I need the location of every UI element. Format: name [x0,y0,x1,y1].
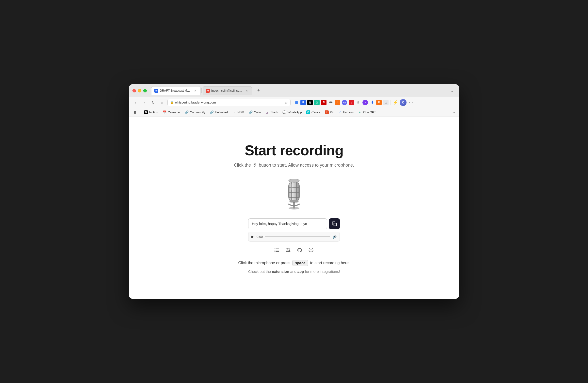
svg-point-21 [275,251,275,252]
volume-button[interactable]: 🔊 [332,235,336,239]
new-tab-button[interactable]: + [255,87,262,94]
iq-icon[interactable]: IQ [342,100,347,105]
bookmark-kit[interactable]: K Kit [323,109,336,115]
transcript-row [248,218,340,229]
home-button[interactable]: ⌂ [159,99,166,106]
bookmark-chatgpt[interactable]: ✦ ChatGPT [356,109,378,115]
lightning-icon[interactable]: ⚡ [393,100,398,105]
transcript-input[interactable] [248,218,327,229]
vivaldi-icon[interactable]: V [349,100,354,105]
security-lock-icon: 🔒 [170,101,174,104]
openai-icon[interactable]: AI [321,100,327,105]
nbm-icon: · [232,111,236,114]
space-key-badge: space [292,260,308,266]
bookmark-slack[interactable]: # Slack [263,109,280,115]
bookmark-star-icon[interactable]: ☆ [285,101,288,105]
bookmark-fathom[interactable]: f Fathom [336,109,355,115]
colin-icon: 🔗 [249,111,253,114]
github-icon[interactable] [297,248,302,254]
bookmark-calendar[interactable]: 📅 Calendar [161,109,182,115]
bookmark-unlimited[interactable]: 🔗 Unlimited [208,109,230,115]
microphone-button[interactable] [278,177,310,211]
svg-point-14 [291,184,293,190]
notion-extension-icon[interactable]: N [307,100,313,105]
audio-player: ▶ 0:00 🔊 [248,232,340,242]
forward-button[interactable]: › [141,99,148,106]
title-bar: ✉ DRAFT Broadcast MOn 2nd D ✕ M Inbox - … [129,84,459,97]
unlimited-icon: 🔗 [210,111,214,114]
bookmark-community[interactable]: 🔗 Community [183,109,207,115]
back-button[interactable]: ‹ [132,99,139,106]
subtitle-post-text: button to start. Allow access to your mi… [259,163,354,168]
profile-avatar[interactable]: C [400,99,406,106]
download-icon[interactable]: ⬇ [369,100,375,105]
audio-progress-bar[interactable] [265,236,330,237]
bookmark-nbm-label: NBM [237,111,244,114]
integration-pre-text: Check out the [248,269,271,273]
play-button[interactable]: ▶ [252,235,254,239]
ext-divider [391,100,391,105]
tab-close-inbox[interactable]: ✕ [245,89,249,93]
whatsapp-icon: 💬 [282,111,286,114]
main-content: Start recording Click the 🎙 button to st… [129,117,459,299]
bookmark-canva[interactable]: C Canva [304,109,322,115]
minimize-window-button[interactable] [138,89,141,92]
browser-window: ✉ DRAFT Broadcast MOn 2nd D ✕ M Inbox - … [129,84,459,299]
tab-favicon-inbox: M [206,89,210,93]
chatgpt-icon: ✦ [358,111,362,114]
font-icon[interactable]: fi [356,100,361,105]
tab-separator [201,88,202,93]
extension-icons: ⊞ 🎙 N G AI ✏ b IQ V fi ● ⬇ F □ ⚡ C ⋯ [294,99,414,106]
bookmarks-grid-icon[interactable]: ⊞ [132,110,138,115]
apps-grid-icon[interactable]: ⊞ [294,100,299,105]
bookmark-unlimited-label: Unlimited [215,111,228,114]
tab-draft-broadcast[interactable]: ✉ DRAFT Broadcast MOn 2nd D ✕ [151,86,200,95]
tab-close-draft[interactable]: ✕ [193,89,197,93]
slack-icon: # [265,111,269,114]
bookmark-whatsapp[interactable]: 💬 WhatsApp [280,109,304,115]
bookmark-notion[interactable]: N Notion [142,109,160,115]
tab-title-inbox: Inbox - colin@colinscotland.c [211,89,243,92]
extension-link[interactable]: extension [272,269,289,273]
tab-favicon-draft: ✉ [154,89,158,93]
tab-inbox[interactable]: M Inbox - colin@colinscotland.c ✕ [203,86,252,95]
svg-rect-15 [334,223,336,226]
blocknote-icon[interactable]: b [335,100,340,105]
extension-blue-icon[interactable]: 🎙 [300,100,306,105]
pen-icon[interactable]: ✏ [328,100,333,105]
bookmark-colin-label: Colin [254,111,261,114]
audio-time: 0:00 [257,235,263,239]
bookmark-kit-label: Kit [330,111,334,114]
close-window-button[interactable] [132,89,136,92]
settings-sliders-icon[interactable] [286,248,291,254]
bookmark-community-label: Community [190,111,205,114]
svg-point-20 [275,250,275,250]
reload-button[interactable]: ↻ [150,99,157,106]
traffic-lights [132,89,147,92]
tab-more-button[interactable]: ⌄ [449,87,456,94]
app-link[interactable]: app [297,269,304,273]
bookmarks-more-button[interactable]: » [452,110,456,115]
canva-icon: C [306,111,310,114]
hint-post-text: to start recording here. [310,261,350,265]
bookmark-slack-label: Slack [270,111,278,114]
integration-and-text: and [290,269,296,273]
copy-button[interactable] [329,218,340,229]
theme-sun-icon[interactable] [308,248,314,254]
bookmark-colin[interactable]: 🔗 Colin [247,109,263,115]
fathom-icon: f [338,111,342,114]
svg-point-26 [289,250,290,251]
fullscreen-window-button[interactable] [143,89,147,92]
subtitle-pre-text: Click the [234,163,251,168]
box-ext-icon[interactable]: □ [383,100,389,105]
microphone-svg [282,178,306,210]
orange-ext-icon[interactable]: F [376,100,382,105]
notion-icon: N [144,111,148,114]
address-bar[interactable]: 🔒 whispering.bradenwong.com ☆ [168,99,291,106]
grammarly-icon[interactable]: G [314,100,320,105]
purple-circle-icon[interactable]: ● [362,100,368,105]
bottom-icons [274,248,314,254]
list-icon[interactable] [274,248,280,254]
bookmark-nbm[interactable]: · NBM [230,109,246,115]
browser-menu-button[interactable]: ⋯ [408,100,414,105]
